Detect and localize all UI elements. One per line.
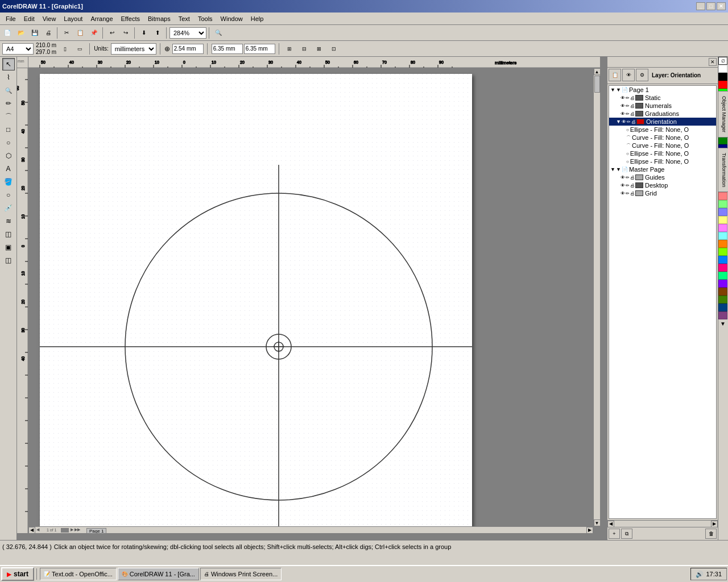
tree-static[interactable]: 👁 ✏ 🖨 Static [609, 94, 716, 102]
page-1-tab[interactable] [61, 528, 69, 533]
eyedropper-tool[interactable]: 💉 [2, 202, 15, 214]
tree-numerals[interactable]: 👁 ✏ 🖨 Numerals [609, 102, 716, 110]
tree-ellipse3[interactable]: ○ Ellipse - Fill: None, O [609, 157, 716, 165]
menu-item-effects[interactable]: Effects [118, 14, 143, 23]
palette-lightyellow[interactable] [718, 216, 727, 224]
transformation-tab[interactable]: Transformation [718, 148, 728, 192]
palette-red[interactable] [718, 81, 727, 89]
menu-item-arrange[interactable]: Arrange [87, 14, 116, 23]
freehand-tool[interactable]: ✏ [2, 97, 15, 110]
tree-orientation[interactable]: ▼ 👁 ✏ 🖨 Orientation [609, 118, 716, 126]
x-input[interactable] [212, 44, 243, 54]
redo-btn[interactable]: ↪ [119, 27, 132, 39]
y-input[interactable] [244, 44, 275, 54]
palette-scroll-down[interactable]: ▼ [718, 319, 727, 327]
maximize-btn[interactable]: □ [706, 2, 715, 10]
palette-yellowgreen[interactable] [718, 296, 727, 304]
taskbar-app-text[interactable]: 📝 Text.odt - OpenOffic... [40, 568, 117, 580]
canvas-viewport[interactable]: ◀ ◀ 1 of 1 ▶ ▶▶ Page 1 ▶ ▲ ▼ [28, 68, 600, 533]
panel-scroll-left[interactable]: ◀ [607, 521, 614, 527]
extrude-tool[interactable]: ◫ [2, 228, 15, 240]
tree-graduations[interactable]: 👁 ✏ 🖨 Graduations [609, 110, 716, 118]
select-tool[interactable]: ↖ [2, 58, 15, 70]
palette-lightblue[interactable] [718, 208, 727, 216]
fill-tool[interactable]: 🪣 [2, 176, 15, 188]
text-tool[interactable]: A [2, 163, 15, 175]
panel-scroll-right[interactable]: ▶ [711, 521, 718, 527]
horizontal-scrollbar[interactable]: ◀ ◀ 1 of 1 ▶ ▶▶ Page 1 ▶ [28, 526, 593, 533]
rect-tool[interactable]: □ [2, 123, 15, 136]
panel-close-btn[interactable]: ✕ [709, 58, 717, 66]
undo-btn[interactable]: ↩ [106, 27, 118, 39]
tree-ellipse2[interactable]: ○ Ellipse - Fill: None, O [609, 149, 716, 157]
close-btn[interactable]: ✕ [717, 2, 726, 10]
menu-item-bitmaps[interactable]: Bitmaps [144, 14, 174, 23]
menu-item-help[interactable]: Help [247, 14, 267, 23]
panel-new-btn[interactable]: + [609, 529, 620, 539]
snap-btn[interactable]: ⊞ [283, 43, 296, 55]
palette-lightred[interactable] [718, 192, 727, 200]
scroll-up-btn[interactable]: ▲ [594, 68, 601, 75]
scroll-right-btn[interactable]: ▶ [586, 527, 593, 534]
panel-tab-2[interactable]: 👁 [622, 69, 635, 81]
palette-orange[interactable] [718, 240, 727, 248]
export-btn[interactable]: ⬆ [151, 27, 164, 39]
tree-desktop[interactable]: 👁 ✏ 🖨 Desktop [609, 181, 716, 189]
object-manager-tab[interactable]: Object Manager [718, 91, 728, 138]
shape-tool[interactable]: ⌇ [2, 71, 15, 84]
panel-delete-btn[interactable]: 🗑 [705, 529, 717, 539]
palette-black[interactable] [718, 73, 727, 81]
expand-page1[interactable]: ▼ [610, 87, 616, 93]
palette-violet[interactable] [718, 280, 727, 288]
menu-item-layout[interactable]: Layout [60, 14, 86, 23]
taskbar-app-print[interactable]: 🖨 Windows Print Screen... [200, 568, 282, 580]
paste-btn[interactable]: 📌 [88, 27, 100, 39]
portrait-btn[interactable]: ▯ [59, 43, 71, 55]
palette-plum[interactable] [718, 311, 727, 319]
expand-masterpage[interactable]: ▼ [610, 167, 616, 172]
expand-page1b[interactable]: ▼ [616, 87, 622, 93]
import-btn[interactable]: ⬇ [138, 27, 150, 39]
menu-item-file[interactable]: File [2, 14, 19, 23]
vscroll-thumb[interactable] [594, 76, 600, 93]
page-1-label[interactable]: Page 1 [86, 528, 106, 534]
copy-btn[interactable]: 📋 [74, 27, 86, 39]
palette-lightgreen[interactable] [718, 200, 727, 208]
palette-azure[interactable] [718, 256, 727, 264]
palette-pink[interactable] [718, 224, 727, 232]
palette-none[interactable]: ∅ [718, 57, 727, 65]
polygon-tool[interactable]: ⬡ [2, 149, 15, 162]
zoom-in-btn[interactable]: 🔍 [212, 27, 225, 39]
snap3-btn[interactable]: ⊠ [313, 43, 325, 55]
panel-tab-3[interactable]: ⚙ [636, 69, 648, 81]
zoom-select[interactable]: 284%100%200%400% [169, 27, 206, 39]
ellipse-tool[interactable]: ○ [2, 136, 15, 149]
page-size-select[interactable]: A4 [2, 43, 34, 55]
tree-guides[interactable]: 👁 ✏ 🖨 Guides [609, 173, 716, 181]
tree-curve1[interactable]: ⌒ Curve - Fill: None, O [609, 134, 716, 142]
panel-dup-btn[interactable]: ⧉ [621, 529, 632, 539]
bezier-tool[interactable]: ⌒ [2, 110, 15, 123]
menu-item-edit[interactable]: Edit [20, 14, 38, 23]
taskbar-app-corel[interactable]: 🎨 CorelDRAW 11 - [Gra... [118, 568, 199, 580]
tree-masterpage[interactable]: ▼ ▼ 📄 Master Page [609, 165, 716, 173]
open-btn[interactable]: 📂 [15, 27, 27, 39]
print-btn[interactable]: 🖨 [42, 27, 55, 39]
minimize-btn[interactable]: _ [696, 2, 705, 10]
outline-tool[interactable]: ○ [2, 189, 15, 201]
nudge-input[interactable] [172, 44, 204, 54]
palette-darkgreen[interactable] [718, 136, 727, 144]
palette-steelblue[interactable] [718, 304, 727, 311]
start-button[interactable]: ▶ start [1, 567, 34, 581]
palette-brown[interactable] [718, 288, 727, 296]
vertical-scrollbar[interactable]: ▲ ▼ [593, 68, 600, 526]
cut-btn[interactable]: ✂ [60, 27, 73, 39]
palette-white[interactable] [718, 65, 727, 73]
tree-ellipse1[interactable]: ○ Ellipse - Fill: None, O [609, 126, 716, 134]
blend-tool[interactable]: ≋ [2, 215, 15, 227]
palette-springgreen[interactable] [718, 272, 727, 280]
panel-tab-1[interactable]: 📋 [609, 69, 621, 81]
palette-rose[interactable] [718, 264, 727, 272]
expand-masterpage2[interactable]: ▼ [616, 167, 622, 172]
transparency-tool[interactable]: ◫ [2, 254, 15, 267]
